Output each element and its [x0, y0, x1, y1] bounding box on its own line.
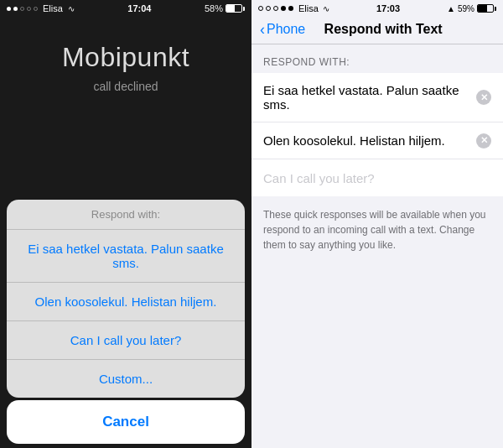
section-header: RESPOND WITH:	[252, 44, 503, 73]
list-item-2[interactable]: Olen koosolekul. Helistan hiljem. ✕	[252, 122, 503, 159]
right-status-bar: Elisa ∿ 17:03 ▲ 59%	[252, 0, 503, 17]
left-time: 17:04	[127, 3, 151, 13]
back-chevron-icon: ‹	[260, 22, 265, 37]
list-item-1-text: Ei saa hetkel vastata. Palun saatke sms.	[263, 83, 476, 112]
clear-x-icon-2: ✕	[480, 136, 488, 145]
respond-header: Respond with:	[7, 200, 245, 230]
right-wifi-icon: ∿	[323, 4, 329, 13]
signal-dot-4	[27, 7, 31, 11]
r-dot-5	[288, 6, 293, 11]
respond-sheet: Respond with: Ei saa hetkel vastata. Pal…	[7, 200, 245, 398]
left-panel: Elisa ∿ 17:04 58% Mobipunkt call decline…	[0, 0, 252, 448]
back-button[interactable]: ‹ Phone	[260, 22, 305, 37]
cancel-button[interactable]: Cancel	[7, 400, 245, 444]
clear-x-icon-1: ✕	[480, 93, 488, 102]
right-nav-bar: ‹ Phone Respond with Text	[252, 17, 503, 44]
right-panel: Elisa ∿ 17:03 ▲ 59% ‹ Phone Respond with…	[252, 0, 503, 448]
signal-dot-1	[7, 7, 11, 11]
clear-button-2[interactable]: ✕	[476, 133, 491, 148]
signal-dot-5	[34, 7, 38, 11]
right-location-icon: ▲	[447, 4, 455, 13]
left-status-left: Elisa ∿	[7, 3, 75, 13]
list-item-3-text: Can I call you later?	[263, 171, 491, 185]
left-battery-icon	[226, 4, 245, 13]
right-battery-fill	[478, 5, 487, 12]
r-dot-4	[281, 6, 286, 11]
left-battery-fill	[226, 5, 235, 12]
list-item-1[interactable]: Ei saa hetkel vastata. Palun saatke sms.…	[252, 73, 503, 122]
right-battery-icon	[477, 4, 496, 13]
clear-button-1[interactable]: ✕	[476, 90, 491, 105]
caller-name: Mobipunkt	[62, 42, 189, 73]
back-label: Phone	[267, 22, 305, 37]
right-content: RESPOND WITH: Ei saa hetkel vastata. Pal…	[252, 44, 503, 448]
right-signal-dots	[258, 6, 293, 11]
right-time: 17:03	[376, 3, 400, 13]
r-dot-3	[273, 6, 278, 11]
respond-option-1[interactable]: Ei saa hetkel vastata. Palun saatke sms.	[7, 230, 245, 283]
right-status-left: Elisa ∿	[258, 3, 329, 13]
list-item-3[interactable]: Can I call you later?	[252, 159, 503, 196]
list-item-2-text: Olen koosolekul. Helistan hiljem.	[263, 133, 476, 148]
right-carrier: Elisa	[298, 3, 319, 13]
signal-dot-2	[13, 7, 18, 11]
signal-dot-3	[20, 7, 24, 11]
left-status-right: 58%	[205, 3, 245, 13]
right-battery-tip	[495, 7, 496, 11]
left-status-bar: Elisa ∿ 17:04 58%	[0, 0, 252, 17]
left-battery-percent: 58%	[205, 3, 223, 13]
right-battery-percent: 59%	[458, 4, 474, 13]
call-status: call declined	[93, 80, 158, 93]
r-dot-2	[266, 6, 271, 11]
info-text: These quick responses will be available …	[252, 197, 503, 263]
r-dot-1	[258, 6, 263, 11]
left-battery-tip	[243, 7, 245, 11]
respond-option-4[interactable]: Custom...	[7, 360, 245, 398]
respond-option-3[interactable]: Can I call you later?	[7, 321, 245, 360]
right-battery-body	[477, 4, 494, 13]
respond-list: Ei saa hetkel vastata. Palun saatke sms.…	[252, 73, 503, 196]
left-carrier: Elisa	[43, 3, 63, 13]
left-battery-body	[226, 4, 242, 13]
left-wifi-icon: ∿	[68, 4, 75, 13]
nav-title: Respond with Text	[305, 22, 461, 37]
respond-option-2[interactable]: Olen koosolekul. Helistan hiljem.	[7, 283, 245, 321]
right-status-right: ▲ 59%	[447, 4, 496, 13]
